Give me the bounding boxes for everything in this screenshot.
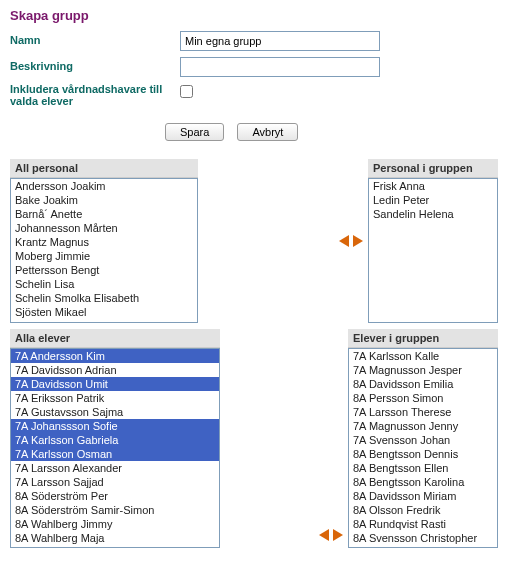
list-item[interactable]: 7A Andersson Kim [11,349,219,363]
list-item[interactable]: 7A Karlsson Osman [11,447,219,461]
list-item[interactable]: Pettersson Bengt [11,263,197,277]
svg-marker-3 [333,529,343,541]
list-item[interactable]: 8A Söderström Samir-Simon [11,503,219,517]
arrow-left-icon [319,529,329,541]
list-item[interactable]: 8A Persson Simon [349,391,497,405]
elever-add-button[interactable] [332,528,344,542]
list-item[interactable]: 8A Svensson Christopher [349,531,497,545]
list-item[interactable]: 7A Svensson Johan [349,433,497,447]
list-item[interactable]: Frisk Anna [369,179,497,193]
list-item[interactable]: Ledin Peter [369,193,497,207]
personal-remove-button[interactable] [338,234,350,248]
list-item[interactable]: Johannesson Mårten [11,221,197,235]
list-item[interactable]: 7A Larsson Alexander [11,461,219,475]
group-personal-title: Personal i gruppen [368,159,498,178]
all-personal-panel: All personal Andersson JoakimBake Joakim… [10,159,198,323]
list-item[interactable]: 7A Larsson Sajjad [11,475,219,489]
svg-marker-1 [353,235,363,247]
elever-move-controls [314,528,348,542]
list-item[interactable]: 8A Rundqvist Rasti [349,517,497,531]
all-elever-panel: Alla elever 7A Andersson Kim7A Davidsson… [10,329,220,548]
description-input[interactable] [180,57,380,77]
group-elever-panel: Elever i gruppen 7A Karlsson Kalle7A Mag… [348,329,498,548]
list-item[interactable]: 7A Gustavsson Sajma [11,405,219,419]
list-item[interactable]: 7A Davidsson Umit [11,377,219,391]
include-checkbox[interactable] [180,85,193,98]
list-item[interactable]: 8A Davidsson Emilia [349,377,497,391]
arrow-right-icon [333,529,343,541]
elever-remove-button[interactable] [318,528,330,542]
all-personal-list[interactable]: Andersson JoakimBake JoakimBarnå´ Anette… [10,178,198,323]
arrow-left-icon [339,235,349,247]
personal-add-button[interactable] [352,234,364,248]
list-item[interactable]: 8A Bengtsson Ellen [349,461,497,475]
include-label: Inkludera vårdnadshavare till valda elev… [10,83,180,107]
list-item[interactable]: Bake Joakim [11,193,197,207]
all-personal-title: All personal [10,159,198,178]
name-input[interactable] [180,31,380,51]
list-item[interactable]: 8A Wahlberg Maja [11,531,219,545]
arrow-right-icon [353,235,363,247]
group-elever-title: Elever i gruppen [348,329,498,348]
name-label: Namn [10,31,180,46]
list-item[interactable]: 7A Davidsson Adrian [11,363,219,377]
save-button[interactable]: Spara [165,123,224,141]
list-item[interactable]: Barnå´ Anette [11,207,197,221]
list-item[interactable]: Andersson Joakim [11,179,197,193]
svg-marker-0 [339,235,349,247]
list-item[interactable]: 7A Karlsson Gabriela [11,433,219,447]
all-elever-title: Alla elever [10,329,220,348]
list-item[interactable]: 7A Larsson Therese [349,405,497,419]
list-item[interactable]: 7A Magnusson Jesper [349,363,497,377]
list-item[interactable]: 8A Bengtsson Dennis [349,447,497,461]
all-elever-list[interactable]: 7A Andersson Kim7A Davidsson Adrian7A Da… [10,348,220,548]
group-elever-list[interactable]: 7A Karlsson Kalle7A Magnusson Jesper8A D… [348,348,498,548]
list-item[interactable]: Sandelin Helena [369,207,497,221]
list-item[interactable]: Krantz Magnus [11,235,197,249]
list-item[interactable]: 8A Söderström Per [11,489,219,503]
list-item[interactable]: 8A Wahlberg Jimmy [11,517,219,531]
list-item[interactable]: 7A Magnusson Jenny [349,419,497,433]
list-item[interactable]: 9A Eriksson Igor [11,545,219,548]
personal-move-controls [334,234,368,248]
description-label: Beskrivning [10,57,180,72]
list-item[interactable]: 8A Söderström Ahmed [349,545,497,548]
list-item[interactable]: 7A Eriksson Patrik [11,391,219,405]
cancel-button[interactable]: Avbryt [237,123,298,141]
svg-marker-2 [319,529,329,541]
list-item[interactable]: 7A Karlsson Kalle [349,349,497,363]
list-item[interactable]: 8A Bengtsson Karolina [349,475,497,489]
page-heading: Skapa grupp [10,8,498,23]
group-personal-panel: Personal i gruppen Frisk AnnaLedin Peter… [368,159,498,323]
list-item[interactable]: Sjösten Mikael [11,305,197,319]
group-personal-list[interactable]: Frisk AnnaLedin PeterSandelin Helena [368,178,498,323]
list-item[interactable]: 8A Davidsson Miriam [349,489,497,503]
list-item[interactable]: Schelin Lisa [11,277,197,291]
list-item[interactable]: 7A Johanssson Sofie [11,419,219,433]
list-item[interactable]: 8A Olsson Fredrik [349,503,497,517]
list-item[interactable]: Moberg Jimmie [11,249,197,263]
list-item[interactable]: Schelin Smolka Elisabeth [11,291,197,305]
